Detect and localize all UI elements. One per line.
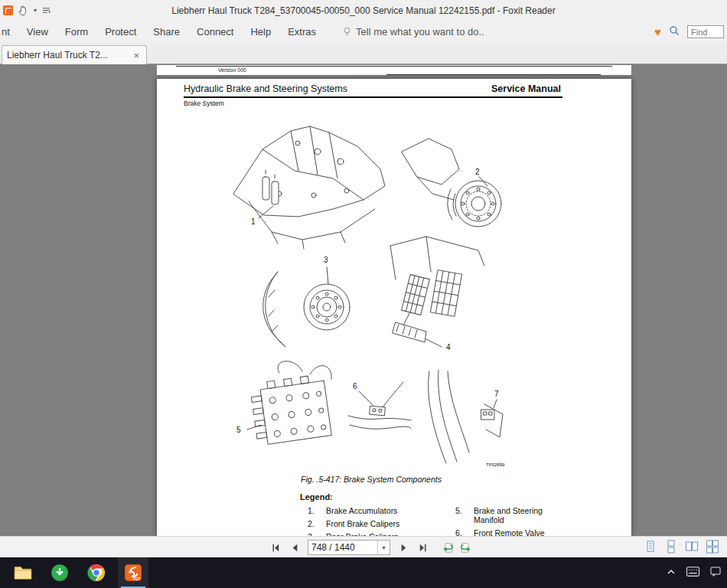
tell-me-search[interactable]: Tell me what you want to do.. bbox=[343, 26, 484, 38]
title-bar: Liebherr Haul Truck T284_53700045-00050_… bbox=[0, 0, 727, 21]
figure-code: TP02899 bbox=[486, 462, 505, 467]
menu-share[interactable]: Share bbox=[145, 21, 188, 43]
table-rule bbox=[176, 66, 612, 67]
callout-3: 3 bbox=[324, 256, 328, 264]
page-dropdown-icon[interactable]: ▾ bbox=[377, 541, 390, 554]
menu-connect[interactable]: Connect bbox=[188, 21, 242, 43]
search-icon[interactable] bbox=[669, 25, 680, 38]
tray-chevron-up-icon[interactable] bbox=[667, 566, 676, 580]
page-number-input[interactable] bbox=[308, 542, 377, 553]
menu-view[interactable]: View bbox=[18, 21, 57, 43]
tab-title: Liebherr Haul Truck T2... bbox=[7, 50, 131, 60]
pdf-page: Hydraulic Brake and Steering Systems Ser… bbox=[157, 79, 631, 536]
previous-view-button[interactable] bbox=[442, 541, 454, 554]
legend-label: Front Remote Valve bbox=[474, 528, 558, 536]
callout-4: 4 bbox=[446, 343, 451, 351]
single-page-view-icon[interactable] bbox=[644, 540, 657, 557]
download-manager-icon[interactable] bbox=[44, 557, 75, 588]
page-navigation-bar: ▾ bbox=[0, 536, 727, 557]
document-tab[interactable]: Liebherr Haul Truck T2... × bbox=[2, 45, 147, 64]
next-page-button[interactable] bbox=[397, 541, 409, 554]
continuous-view-icon[interactable] bbox=[664, 540, 678, 557]
menu-comment[interactable]: nt bbox=[0, 21, 18, 43]
previous-page-button[interactable] bbox=[289, 541, 301, 554]
pdf-badge: PDF bbox=[133, 577, 141, 581]
hand-tool-icon[interactable] bbox=[18, 5, 28, 16]
legend-number: 5. bbox=[455, 506, 474, 515]
menu-help[interactable]: Help bbox=[242, 21, 279, 43]
brake-system-figure: 1 2 3 4 5 6 7 TP02899 bbox=[157, 79, 631, 536]
tray-keyboard-icon[interactable] bbox=[686, 566, 699, 580]
callout-1: 1 bbox=[251, 217, 256, 226]
menu-protect[interactable]: Protect bbox=[96, 21, 145, 43]
window-title: Liebherr Haul Truck T284_53700045-00050_… bbox=[0, 5, 727, 16]
legend-number: 2. bbox=[308, 519, 326, 528]
legend-item: 6.Front Remote Valve bbox=[455, 528, 562, 536]
legend-title: Legend: bbox=[300, 492, 333, 501]
page-number-box: ▾ bbox=[308, 540, 390, 555]
previous-page-fragment: Version 000 bbox=[157, 65, 631, 75]
menu-form[interactable]: Form bbox=[57, 21, 96, 43]
favorites-heart-icon[interactable]: ♥ bbox=[654, 26, 661, 38]
tell-me-label: Tell me what you want to do.. bbox=[356, 26, 484, 38]
callout-7: 7 bbox=[494, 390, 499, 398]
legend-item: 5.Brake and Steering Manifold bbox=[455, 506, 562, 524]
windows-taskbar: PDF bbox=[0, 557, 727, 588]
callout-5: 5 bbox=[236, 426, 241, 434]
hand-tool-dropdown-icon[interactable]: ▾ bbox=[34, 8, 37, 14]
quick-access-toolbar: ▾ bbox=[0, 5, 51, 16]
figure-caption: Fig. .5-417: Brake System Components bbox=[218, 475, 524, 484]
legend-label: Brake and Steering Manifold bbox=[474, 506, 558, 524]
legend-label: Brake Accumulators bbox=[326, 506, 397, 515]
legend-label: Front Brake Calipers bbox=[326, 519, 399, 528]
find-input[interactable] bbox=[687, 25, 724, 38]
facing-view-icon[interactable] bbox=[685, 540, 699, 557]
legend-number: 1. bbox=[308, 506, 326, 515]
previous-page-footer-text: Version 000 bbox=[218, 67, 246, 73]
first-page-button[interactable] bbox=[269, 541, 282, 554]
file-explorer-icon[interactable] bbox=[8, 557, 38, 588]
foxit-pdf-icon[interactable]: PDF bbox=[118, 557, 148, 588]
chrome-icon[interactable] bbox=[81, 557, 112, 588]
legend-number: 6. bbox=[455, 528, 474, 536]
next-view-button[interactable] bbox=[460, 541, 472, 554]
callout-2: 2 bbox=[475, 168, 480, 176]
legend-item: 2.Front Brake Calipers bbox=[308, 519, 399, 528]
menu-bar: nt View Form Protect Share Connect Help … bbox=[0, 21, 727, 43]
customize-toolbar-icon[interactable] bbox=[42, 6, 51, 15]
document-pane: Version 000 Hydraulic Brake and Steering… bbox=[0, 65, 727, 536]
continuous-facing-view-icon[interactable] bbox=[706, 540, 719, 557]
tray-action-center-icon[interactable] bbox=[710, 566, 721, 580]
document-tab-bar: Liebherr Haul Truck T2... × bbox=[0, 43, 727, 64]
table-rule bbox=[386, 74, 601, 75]
menu-extras[interactable]: Extras bbox=[279, 21, 324, 43]
bulb-icon bbox=[343, 27, 351, 37]
callout-6: 6 bbox=[353, 382, 357, 390]
legend-item: 1.Brake Accumulators bbox=[308, 506, 397, 515]
tab-close-icon[interactable]: × bbox=[131, 50, 142, 61]
last-page-button[interactable] bbox=[416, 541, 429, 554]
foxit-app-icon bbox=[3, 5, 13, 15]
